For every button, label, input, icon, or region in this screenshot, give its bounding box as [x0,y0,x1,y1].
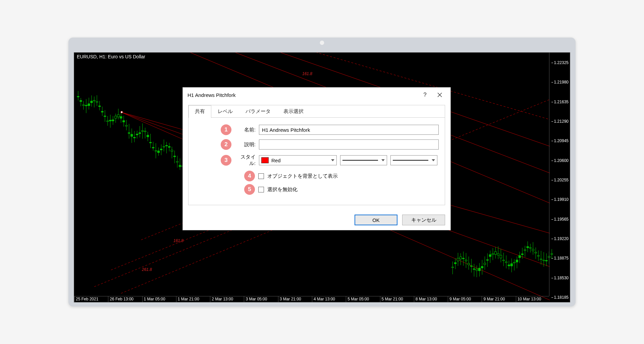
pitchfork-properties-dialog: H1 Andrews Pitchfork ? 共有レベルパラメータ表示選択 1 … [182,87,451,230]
svg-rect-80 [168,147,170,148]
fib-level-label: 161.8 [302,71,312,76]
svg-rect-12 [77,96,79,97]
price-tick: 1.21980 [554,80,569,84]
svg-rect-110 [476,269,478,270]
cancel-button[interactable]: キャンセル [402,215,445,225]
svg-rect-56 [136,134,138,135]
chevron-down-icon [381,159,385,161]
time-tick: 5 Mar 05:00 [346,296,380,302]
tab-2[interactable]: パラメータ [239,105,277,118]
fib-level-label: 261.8 [142,267,152,272]
svg-rect-132 [505,262,507,263]
time-tick: 8 Mar 13:00 [414,296,448,302]
close-button[interactable] [432,89,447,101]
color-swatch-icon [261,157,269,163]
chart-title: EURUSD, H1: Euro vs US Dollar [77,54,145,59]
svg-rect-92 [451,267,453,268]
disable-selection-label: 選択を無効化 [267,186,298,193]
line-sample-icon [393,160,428,161]
window-frame: EURUSD, H1: Euro vs US Dollar 1.223251.2… [68,38,576,306]
svg-rect-42 [117,115,119,117]
svg-rect-60 [142,131,144,131]
svg-rect-94 [454,263,456,264]
svg-rect-74 [160,149,162,150]
fib-level-label: 161.8 [173,238,183,243]
time-tick: 9 Mar 05:00 [448,296,482,302]
svg-rect-28 [99,106,101,107]
color-combo[interactable]: Red [259,155,337,165]
svg-rect-24 [93,100,95,101]
line-width-combo[interactable] [390,155,437,165]
svg-rect-118 [486,260,488,260]
annotation-badge-1: 1 [221,124,231,135]
price-tick: 1.21635 [554,100,569,104]
svg-rect-114 [481,267,483,268]
svg-rect-136 [511,264,513,266]
line-style-combo[interactable] [340,155,387,165]
svg-rect-78 [166,146,168,146]
draw-as-background-label: オブジェクトを背景として表示 [267,173,338,179]
svg-rect-40 [115,116,117,118]
svg-point-167 [121,111,123,113]
svg-rect-122 [492,253,494,254]
dialog-title: H1 Andrews Pitchfork [187,92,418,98]
chevron-down-icon [331,159,334,161]
svg-rect-76 [163,147,165,147]
svg-rect-126 [497,253,499,255]
annotation-badge-4: 4 [244,171,255,181]
tab-content-common: 1 名前: 2 説明: 3 スタイル: Red [189,118,445,205]
time-tick: 10 Mar 13:00 [516,296,549,302]
help-button[interactable]: ? [418,89,432,101]
annotation-badge-5: 5 [244,184,255,195]
description-input[interactable] [259,139,439,150]
svg-rect-160 [543,260,545,261]
svg-rect-62 [144,131,146,132]
style-label: スタイル: [235,154,256,167]
svg-rect-68 [152,147,154,148]
svg-rect-112 [478,268,480,271]
price-tick: 1.22325 [554,60,569,65]
price-tick: 1.18530 [554,276,569,280]
svg-rect-102 [465,260,467,261]
tab-1[interactable]: レベル [211,105,239,118]
svg-rect-162 [545,261,547,261]
svg-rect-82 [171,150,173,151]
svg-rect-26 [96,102,98,102]
disable-selection-checkbox[interactable] [258,187,264,192]
svg-rect-130 [502,260,504,261]
svg-rect-20 [88,104,90,106]
price-tick: 1.21290 [554,119,569,124]
ok-button[interactable]: OK [355,215,397,225]
svg-rect-64 [147,135,149,137]
svg-rect-152 [532,249,534,251]
price-tick: 1.18875 [554,256,569,261]
svg-rect-54 [133,137,136,138]
svg-rect-30 [101,111,103,112]
time-tick: 1 Mar 05:00 [142,296,176,302]
svg-rect-70 [155,151,157,151]
svg-rect-106 [470,266,472,267]
svg-rect-146 [524,250,526,250]
svg-rect-98 [460,257,462,259]
time-tick: 4 Mar 13:00 [312,296,346,302]
time-tick: 3 Mar 05:00 [244,296,278,302]
dialog-titlebar[interactable]: H1 Andrews Pitchfork ? [183,88,450,102]
draw-as-background-checkbox[interactable] [258,173,264,179]
svg-line-10 [111,227,218,270]
tab-0[interactable]: 共有 [189,105,211,118]
time-tick: 26 Feb 13:00 [108,296,142,302]
color-name: Red [271,158,281,163]
annotation-badge-2: 2 [221,139,231,150]
svg-rect-46 [123,121,125,122]
time-tick: 3 Mar 21:00 [278,296,312,302]
svg-rect-96 [457,258,459,261]
price-tick: 1.18185 [554,295,569,300]
svg-rect-36 [109,120,111,121]
camera-dot-icon [320,41,324,45]
outer-titlebar [68,38,576,48]
dialog-footer: OK キャンセル [183,211,450,230]
svg-rect-58 [139,133,141,134]
svg-rect-22 [91,101,93,103]
tab-3[interactable]: 表示選択 [277,105,310,118]
name-input[interactable] [259,125,439,135]
